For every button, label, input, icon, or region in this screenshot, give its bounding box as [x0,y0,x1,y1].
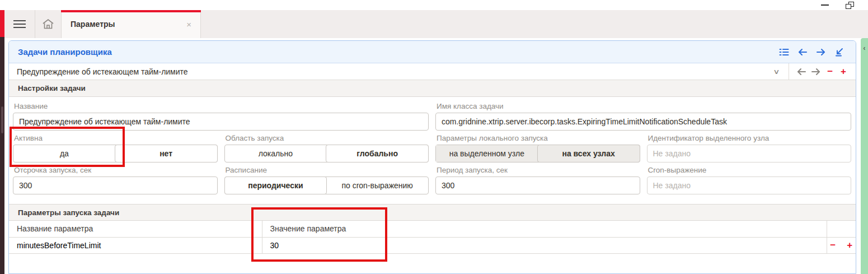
import-icon [834,48,844,57]
params-table: Название параметра Значение параметра mi… [9,221,856,254]
field-cron: Cron-выражение [647,164,852,196]
scope-option-local[interactable]: локально [225,145,327,162]
param-value-cell[interactable]: 30 [262,237,827,253]
name-label: Название [14,102,429,110]
list-view-button[interactable] [779,48,789,57]
field-delay: Отсрочка запуска, сек [13,164,218,196]
param-name-cell[interactable]: minutesBeforeTimeLimit [9,237,262,253]
scheduler-panel: Задачи планировщика [8,40,856,274]
param-actions-header [827,221,856,237]
schedule-option-cron[interactable]: по cron-выражению [326,177,428,194]
field-period: Период запуска, сек [435,164,640,196]
list-icon [779,48,789,57]
next-task-button[interactable] [811,67,821,76]
scope-option-global[interactable]: глобально [326,145,429,162]
field-class-name: Имя класса задачи [435,100,851,132]
task-selector-row: Предупреждение об истекающем тайм-лимите… [9,63,856,80]
tab-active-indicator [61,10,201,12]
restore-icon[interactable] [846,2,854,9]
remove-param-icon[interactable]: − [828,240,837,250]
node-id-input[interactable] [647,145,852,162]
nav-forward-button[interactable] [816,48,826,57]
active-option-no[interactable]: нет [115,145,218,162]
app-toolbar: Параметры × [4,10,868,38]
schedule-toggle: периодически по cron-выражению [224,177,429,194]
scope-toggle: локально глобально [224,145,429,162]
class-name-input[interactable] [435,113,851,131]
local-params-label: Параметры локального запуска [437,134,640,142]
param-name-header: Название параметра [9,221,262,237]
class-name-label: Имя класса задачи [437,102,851,110]
field-scope: Область запуска локально глобально [224,132,429,164]
local-params-toggle: на выделенном узле на всех узлах [435,145,640,162]
minimize-icon[interactable] [821,4,829,6]
delay-label: Отсрочка запуска, сек [14,166,218,174]
param-value-header: Значение параметра [262,221,827,237]
restore-square-front [846,4,851,9]
name-input[interactable] [13,113,429,131]
field-schedule: Расписание периодически по cron-выражени… [224,164,429,196]
cron-label: Cron-выражение [648,166,852,174]
params-table-header: Название параметра Значение параметра [9,221,856,237]
add-param-icon[interactable]: + [845,240,854,250]
delay-input[interactable] [13,177,218,194]
tab-parameters[interactable]: Параметры × [61,10,201,38]
arrow-left-icon [796,67,806,76]
main-menu-button[interactable] [4,10,35,38]
app-window: Параметры × Задачи планировщика [0,0,868,274]
prev-task-button[interactable] [796,67,806,76]
home-icon [42,18,54,30]
arrow-right-icon [816,48,826,57]
cron-input[interactable] [647,177,852,194]
task-selector[interactable]: Предупреждение об истекающем тайм-лимите [17,67,188,76]
side-panel-rail[interactable]: ‹ [861,38,868,274]
section-title: Параметры запуска задачи [18,208,119,217]
field-node-id: Идентификатор выделенного узла [647,132,852,164]
local-params-option-all[interactable]: на всех узлах [537,145,640,162]
panel-header: Задачи планировщика [9,41,856,63]
node-id-label: Идентификатор выделенного узла [648,134,852,142]
field-name: Название [13,100,429,132]
schedule-option-periodic[interactable]: периодически [224,177,327,194]
left-rail-accent [0,10,4,37]
section-task-settings: Настройки задачи [9,80,856,97]
add-task-icon[interactable]: + [839,67,848,76]
tab-label: Параметры [71,20,115,29]
selector-divider [789,63,789,80]
scope-label: Область запуска [226,134,429,142]
left-rail-handle[interactable] [1,106,3,133]
nav-back-button[interactable] [797,48,808,57]
schedule-label: Расписание [226,166,429,174]
chevron-down-icon[interactable]: ∨ [773,68,780,76]
import-button[interactable] [834,48,844,57]
active-label: Активна [14,134,218,142]
remove-task-icon[interactable]: − [825,67,834,76]
table-row[interactable]: minutesBeforeTimeLimit 30 − + [9,237,856,253]
param-actions-cell: − + [827,237,856,253]
arrow-left-icon [797,48,808,57]
active-option-yes[interactable]: да [13,145,115,162]
section-title: Настройки задачи [18,84,86,92]
field-local-params: Параметры локального запуска на выделенн… [435,132,640,164]
window-titlebar [0,0,868,10]
period-input[interactable] [435,177,640,194]
tab-close-icon[interactable]: × [186,20,191,29]
field-active: Активна да нет [13,132,218,164]
period-label: Период запуска, сек [437,166,640,174]
arrow-right-icon [811,67,821,76]
active-toggle: да нет [13,145,218,162]
panel-title: Задачи планировщика [18,47,112,57]
collapse-chevron-icon: ‹ [863,44,865,274]
left-rail [0,10,4,274]
hamburger-icon [13,20,26,29]
task-settings-form: Название Имя класса задачи Активна да не… [9,97,856,204]
home-button[interactable] [35,10,61,38]
section-task-params: Параметры запуска задачи [9,204,856,221]
local-params-option-dedicated[interactable]: на выделенном узле [436,145,538,162]
